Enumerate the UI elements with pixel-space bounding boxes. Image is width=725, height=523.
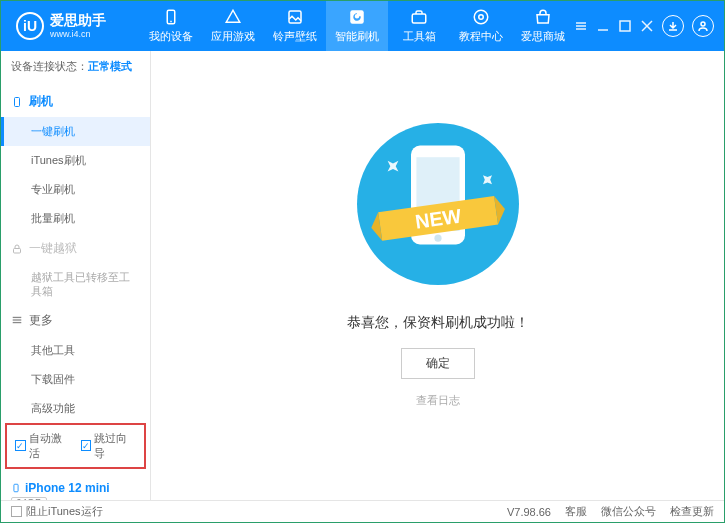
sidebar-item-advanced[interactable]: 高级功能	[1, 394, 150, 423]
svg-rect-20	[14, 484, 18, 492]
nav-label: 爱思商城	[521, 29, 565, 44]
success-illustration: NEW	[348, 114, 528, 294]
header-bar: iU 爱思助手 www.i4.cn 我的设备 应用游戏 铃声壁纸 智能刷机 工具…	[1, 1, 724, 51]
nav-toolbox[interactable]: 工具箱	[388, 1, 450, 51]
download-icon	[667, 20, 679, 32]
sidebar-item-batch-flash[interactable]: 批量刷机	[1, 204, 150, 233]
app-logo-icon: iU	[16, 12, 44, 40]
menu-icon	[11, 314, 23, 326]
nav-my-device[interactable]: 我的设备	[140, 1, 202, 51]
sidebar-group-jailbreak[interactable]: 一键越狱	[1, 233, 150, 264]
connection-status: 设备连接状态：正常模式	[1, 51, 150, 82]
menu-icon[interactable]	[574, 19, 588, 33]
nav-label: 教程中心	[459, 29, 503, 44]
options-row: ✓自动激活 ✓跳过向导	[5, 423, 146, 469]
main-content: NEW 恭喜您，保资料刷机成功啦！ 确定 查看日志	[151, 51, 724, 500]
app-title: 爱思助手	[50, 13, 106, 28]
nav-ringtones[interactable]: 铃声壁纸	[264, 1, 326, 51]
device-name: iPhone 12 mini	[25, 481, 110, 495]
user-icon	[697, 20, 709, 32]
window-controls	[574, 15, 724, 37]
toolbox-icon	[410, 8, 428, 26]
nav-label: 智能刷机	[335, 29, 379, 44]
book-icon	[472, 8, 490, 26]
device-capacity: 64GB	[11, 497, 47, 500]
jailbreak-note: 越狱工具已转移至工具箱	[1, 264, 150, 305]
top-nav: 我的设备 应用游戏 铃声壁纸 智能刷机 工具箱 教程中心 爱思商城	[140, 1, 574, 51]
nav-store[interactable]: 爱思商城	[512, 1, 574, 51]
phone-icon	[11, 96, 23, 108]
close-icon[interactable]	[640, 19, 654, 33]
checkbox-label: 跳过向导	[94, 431, 136, 461]
nav-label: 铃声壁纸	[273, 29, 317, 44]
sidebar-item-other-tools[interactable]: 其他工具	[1, 336, 150, 365]
user-button[interactable]	[692, 15, 714, 37]
ok-button[interactable]: 确定	[401, 348, 475, 379]
sidebar: 设备连接状态：正常模式 刷机 一键刷机 iTunes刷机 专业刷机 批量刷机 一…	[1, 51, 151, 500]
minimize-icon[interactable]	[596, 19, 610, 33]
phone-icon	[162, 8, 180, 26]
store-icon	[534, 8, 552, 26]
status-value: 正常模式	[88, 60, 132, 72]
sidebar-item-pro-flash[interactable]: 专业刷机	[1, 175, 150, 204]
sidebar-item-itunes-flash[interactable]: iTunes刷机	[1, 146, 150, 175]
nav-apps[interactable]: 应用游戏	[202, 1, 264, 51]
download-button[interactable]	[662, 15, 684, 37]
footer-label: 阻止iTunes运行	[26, 504, 103, 519]
phone-icon	[11, 481, 21, 495]
svg-rect-3	[350, 10, 364, 24]
svg-rect-15	[15, 97, 20, 106]
wallpaper-icon	[286, 8, 304, 26]
svg-point-5	[474, 10, 488, 24]
refresh-icon	[348, 8, 366, 26]
logo: iU 爱思助手 www.i4.cn	[1, 12, 140, 40]
sidebar-item-oneclick-flash[interactable]: 一键刷机	[1, 117, 150, 146]
sidebar-item-download-firmware[interactable]: 下载固件	[1, 365, 150, 394]
svg-point-14	[701, 22, 705, 26]
footer-bar: 阻止iTunes运行 V7.98.66 客服 微信公众号 检查更新	[1, 500, 724, 522]
lock-icon	[11, 243, 23, 255]
checkbox-skip-guide[interactable]: ✓跳过向导	[81, 431, 137, 461]
svg-rect-16	[14, 248, 21, 253]
sidebar-group-more[interactable]: 更多	[1, 305, 150, 336]
checkbox-auto-activate[interactable]: ✓自动激活	[15, 431, 71, 461]
nav-tutorials[interactable]: 教程中心	[450, 1, 512, 51]
group-label: 刷机	[29, 93, 53, 110]
version-label: V7.98.66	[507, 506, 551, 518]
device-info[interactable]: iPhone 12 mini 64GB Down-12mini-13,1	[1, 475, 150, 500]
update-link[interactable]: 检查更新	[670, 504, 714, 519]
nav-label: 应用游戏	[211, 29, 255, 44]
svg-point-24	[434, 234, 441, 241]
checkbox-label: 自动激活	[29, 431, 71, 461]
support-link[interactable]: 客服	[565, 504, 587, 519]
apps-icon	[224, 8, 242, 26]
group-label: 更多	[29, 312, 53, 329]
group-label: 一键越狱	[29, 240, 77, 257]
maximize-icon[interactable]	[618, 19, 632, 33]
app-url: www.i4.cn	[50, 29, 106, 39]
svg-rect-11	[620, 21, 630, 31]
wechat-link[interactable]: 微信公众号	[601, 504, 656, 519]
nav-flash[interactable]: 智能刷机	[326, 1, 388, 51]
svg-rect-4	[412, 14, 426, 23]
nav-label: 工具箱	[403, 29, 436, 44]
success-message: 恭喜您，保资料刷机成功啦！	[347, 314, 529, 332]
svg-point-6	[479, 15, 484, 20]
status-label: 设备连接状态：	[11, 60, 88, 72]
checkbox-block-itunes[interactable]	[11, 506, 22, 517]
nav-label: 我的设备	[149, 29, 193, 44]
sidebar-group-flash[interactable]: 刷机	[1, 86, 150, 117]
view-log-link[interactable]: 查看日志	[416, 393, 460, 408]
